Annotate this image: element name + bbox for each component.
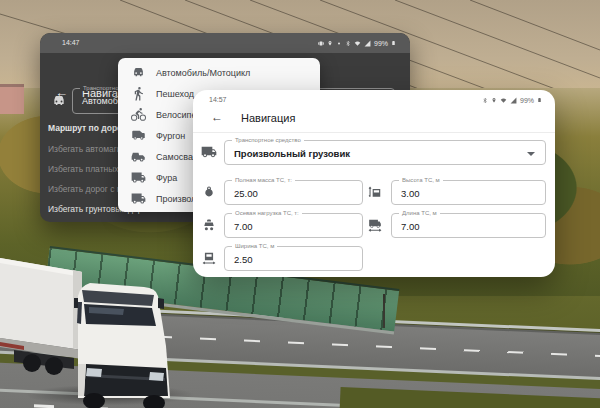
length-field[interactable]: Длина ТС, м 7.00 <box>391 213 546 238</box>
roadside-post <box>383 294 385 328</box>
vehicle-select[interactable]: Транспортное средство Произвольный грузо… <box>224 140 546 165</box>
dump-truck-icon <box>131 149 146 164</box>
back-button[interactable]: ← <box>211 110 223 124</box>
car-icon <box>51 93 67 109</box>
field-label: Полная масса ТС, т: <box>232 177 295 183</box>
pedestrian-icon <box>131 86 146 101</box>
field-label: Длина ТС, м <box>399 210 440 216</box>
field-label: Ширина ТС, м <box>232 243 277 249</box>
height-field[interactable]: Высота ТС, м 3.00 <box>391 180 546 205</box>
weight-icon <box>202 185 216 199</box>
field-value: 3.00 <box>401 188 420 199</box>
screenshot: 14:47 99% ← Навигация Транспортное средс… <box>0 0 600 408</box>
wifi-icon <box>500 97 507 104</box>
bluetooth-icon <box>482 97 488 104</box>
field-label: Транспортное средство <box>232 137 304 143</box>
menu-item-label: Самосвал <box>156 152 198 162</box>
divider <box>193 132 555 133</box>
truck-height-icon <box>368 185 382 199</box>
width-field[interactable]: Ширина ТС, м 2.50 <box>224 246 363 271</box>
signal-icon <box>510 97 517 104</box>
location-icon <box>491 97 497 104</box>
wifi-icon <box>354 40 361 47</box>
bicycle-icon <box>131 107 146 122</box>
menu-item-car[interactable]: Автомобиль/Мотоцикл <box>118 62 320 83</box>
semi-truck-icon <box>131 170 146 185</box>
hotspot-icon <box>336 40 342 47</box>
truck-photo <box>0 246 199 408</box>
status-icons: 99% <box>482 96 542 104</box>
battery-icon <box>537 96 542 104</box>
field-value: 7.00 <box>234 221 253 232</box>
truck-length-icon <box>368 218 382 232</box>
field-value: 25.00 <box>234 188 258 199</box>
vibrate-icon <box>318 40 324 47</box>
location-icon <box>327 40 333 47</box>
field-value: 2.50 <box>234 254 253 265</box>
bluetooth-icon <box>345 40 351 47</box>
status-icons: 99% <box>318 39 396 47</box>
gross-weight-field[interactable]: Полная масса ТС, т: 25.00 <box>224 180 363 205</box>
truck-icon <box>131 191 146 206</box>
signal-icon <box>364 40 371 47</box>
axle-load-icon <box>202 218 216 232</box>
field-value: Произвольный грузовик <box>234 148 350 159</box>
clock: 14:57 <box>209 96 227 103</box>
light-phone-screen: 14:57 99% ← Навигация Транспортное средс… <box>193 90 555 277</box>
battery-percent: 99% <box>374 40 388 47</box>
car-icon <box>131 65 146 80</box>
truck-width-icon <box>202 251 216 265</box>
menu-item-label: Пешеход <box>156 89 194 99</box>
field-label: Осевая нагрузка ТС, т: <box>232 210 302 216</box>
clock: 14:47 <box>62 39 80 46</box>
axle-load-field[interactable]: Осевая нагрузка ТС, т: 7.00 <box>224 213 363 238</box>
battery-percent: 99% <box>520 97 534 104</box>
menu-item-label: Автомобиль/Мотоцикл <box>156 68 250 78</box>
van-icon <box>131 128 146 143</box>
battery-icon <box>391 39 396 47</box>
menu-item-label: Фургон <box>156 131 185 141</box>
menu-item-label: Фура <box>156 173 177 183</box>
chevron-down-icon[interactable] <box>527 152 535 156</box>
truck-icon <box>201 144 217 160</box>
building <box>0 84 24 114</box>
field-label: Высота ТС, м <box>399 177 443 183</box>
field-value: 7.00 <box>401 221 420 232</box>
page-title: Навигация <box>241 112 295 124</box>
